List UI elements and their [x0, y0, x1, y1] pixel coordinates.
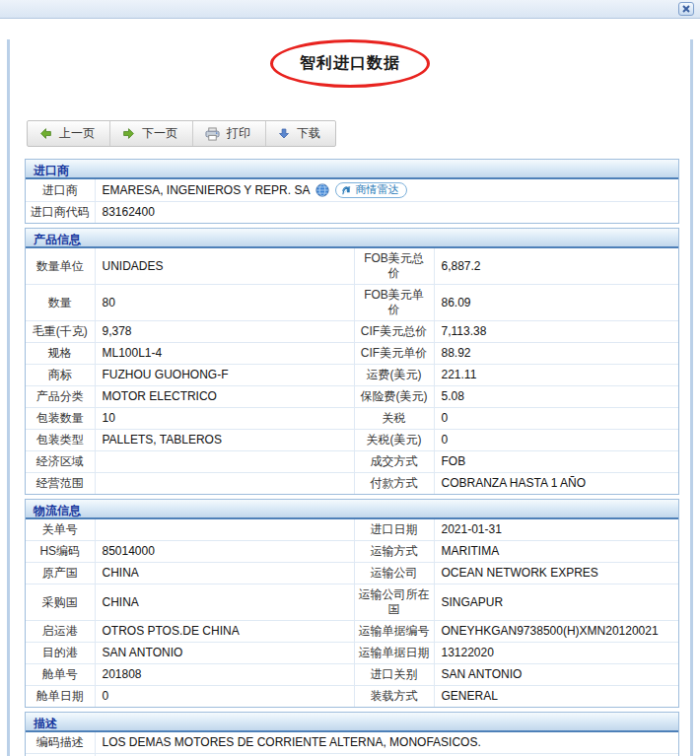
field-value: [95, 451, 354, 473]
field-value: ML100L1-4: [95, 343, 354, 365]
close-icon: [682, 5, 690, 13]
field-label: 舱单日期: [26, 686, 95, 708]
section-logistics-title: 物流信息: [26, 500, 678, 519]
download-label: 下载: [297, 125, 320, 142]
table-row: HS编码 85014000 运输方式 MARITIMA: [26, 541, 678, 563]
field-label: 产品分类: [26, 386, 95, 408]
print-label: 打印: [227, 125, 250, 142]
table-row: 原产国 CHINA 运输公司 OCEAN NETWORK EXPRES: [26, 563, 678, 584]
section-importer-title: 进口商: [26, 160, 678, 179]
field-value: 88.92: [434, 343, 678, 365]
window-titlebar: [0, 0, 700, 19]
field-label: 进口关别: [354, 664, 434, 686]
field-value: LOS DEMAS MOTORES DE CORRIENTE ALTERNA, …: [95, 732, 678, 754]
business-radar-label: 商情雷达: [355, 183, 398, 197]
field-value: 5.08: [434, 386, 678, 408]
field-value: EMARESA, INGENIEROS Y REPR. SA: [95, 179, 678, 202]
next-page-button[interactable]: 下一页: [110, 121, 193, 146]
field-label: 关税(美元): [354, 430, 434, 451]
table-row: 包装数量 10 关税 0: [26, 408, 678, 430]
field-value: 6,887.2: [434, 248, 678, 285]
field-label: 付款方式: [354, 473, 434, 495]
field-value: GENERAL: [434, 686, 678, 708]
field-label: HS编码: [26, 541, 95, 563]
field-value: [95, 519, 354, 541]
toolbar: 上一页 下一页 打印 下载: [27, 120, 336, 147]
field-label: 成交方式: [354, 451, 434, 473]
product-table: 数量单位 UNIDADES FOB美元总价 6,887.2 数量 80 FOB美…: [26, 248, 678, 494]
field-label: 规格: [26, 343, 95, 365]
business-radar-badge[interactable]: 商情雷达: [335, 182, 407, 198]
field-value: SAN ANTONIO: [434, 664, 678, 686]
field-label: 采购国: [26, 584, 95, 621]
dialog: 智利进口数据 上一页 下一页 打印: [7, 39, 693, 756]
field-label: 运输单据编号: [354, 621, 434, 643]
logistics-table: 关单号 进口日期 2021-01-31 HS编码 85014000 运输方式 M…: [26, 519, 678, 707]
field-value: MOTOR ELECTRICO: [95, 386, 354, 408]
field-label: CIF美元单价: [354, 343, 434, 365]
field-label: 经营范围: [26, 473, 95, 495]
field-label: 启运港: [26, 621, 95, 643]
field-value: FUZHOU GUOHONG-F: [95, 365, 354, 386]
field-value: 2021-01-31: [434, 519, 678, 541]
field-label: 包装类型: [26, 430, 95, 451]
table-row: 采购国 CHINA 运输公司所在国 SINGAPUR: [26, 584, 678, 621]
field-label: 经济区域: [26, 451, 95, 473]
field-value: 80: [95, 285, 354, 321]
globe-icon[interactable]: [315, 183, 329, 197]
table-row: 启运港 OTROS PTOS.DE CHINA 运输单据编号 ONEYHKGAN…: [26, 621, 678, 643]
field-value: CHINA: [95, 563, 354, 584]
field-label: 进口商代码: [26, 202, 95, 224]
field-label: 运输公司: [354, 563, 434, 584]
table-row: 数量 80 FOB美元单价 86.09: [26, 285, 678, 321]
arrow-right-icon: [122, 127, 135, 140]
section-importer: 进口商 进口商 EMARESA, INGENIEROS Y REPR. SA: [25, 159, 679, 224]
field-label: 运输方式: [354, 541, 434, 563]
description-table: 编码描述 LOS DEMAS MOTORES DE CORRIENTE ALTE…: [26, 732, 678, 756]
field-label: 运输公司所在国: [354, 584, 434, 621]
field-value: COBRANZA HASTA 1 AÑO: [434, 473, 678, 495]
section-logistics: 物流信息 关单号 进口日期 2021-01-31 HS编码 85014000 运…: [25, 499, 679, 708]
section-product: 产品信息 数量单位 UNIDADES FOB美元总价 6,887.2 数量 80…: [25, 228, 679, 495]
field-label: 关单号: [26, 519, 95, 541]
field-label: 运费(美元): [354, 365, 434, 386]
table-row: 数量单位 UNIDADES FOB美元总价 6,887.2: [26, 248, 678, 285]
table-row: 规格 ML100L1-4 CIF美元单价 88.92: [26, 343, 678, 365]
field-label: 编码描述: [26, 732, 95, 754]
field-value: SAN ANTONIO: [95, 643, 354, 664]
prev-page-label: 上一页: [59, 125, 95, 142]
field-value: OCEAN NETWORK EXPRES: [434, 563, 678, 584]
field-value: FOB: [434, 451, 678, 473]
field-value: 86.09: [434, 285, 678, 321]
field-label: 保险费(美元): [354, 386, 434, 408]
field-label: 数量: [26, 285, 95, 321]
radar-icon: [341, 185, 352, 196]
field-value: 10: [95, 408, 354, 430]
table-row: 舱单号 201808 进口关别 SAN ANTONIO: [26, 664, 678, 686]
title-annotation-ellipse: 智利进口数据: [270, 39, 430, 88]
field-label: 数量单位: [26, 248, 95, 285]
prev-page-button[interactable]: 上一页: [28, 121, 110, 146]
section-description-title: 描述: [26, 713, 678, 732]
arrow-left-icon: [39, 127, 52, 140]
field-value: 7,113.38: [434, 321, 678, 343]
field-label: 原产国: [26, 563, 95, 584]
field-value: SINGAPUR: [434, 584, 678, 621]
arrow-down-icon: [278, 127, 290, 140]
table-row: 目的港 SAN ANTONIO 运输单据日期 13122020: [26, 643, 678, 664]
field-label: 进口商: [26, 179, 95, 202]
field-value: 83162400: [95, 202, 678, 224]
field-label: 毛重(千克): [26, 321, 95, 343]
close-button[interactable]: [678, 2, 694, 16]
table-row: 产品分类 MOTOR ELECTRICO 保险费(美元) 5.08: [26, 386, 678, 408]
field-value: 221.11: [434, 365, 678, 386]
field-label: FOB美元单价: [354, 285, 434, 321]
field-label: 商标: [26, 365, 95, 386]
field-value: 201808: [95, 664, 354, 686]
field-label: CIF美元总价: [354, 321, 434, 343]
table-row: 舱单日期 0 装载方式 GENERAL: [26, 686, 678, 708]
print-button[interactable]: 打印: [193, 121, 266, 146]
field-value: 0: [434, 408, 678, 430]
download-button[interactable]: 下载: [266, 121, 335, 146]
field-value: CHINA: [95, 584, 354, 621]
